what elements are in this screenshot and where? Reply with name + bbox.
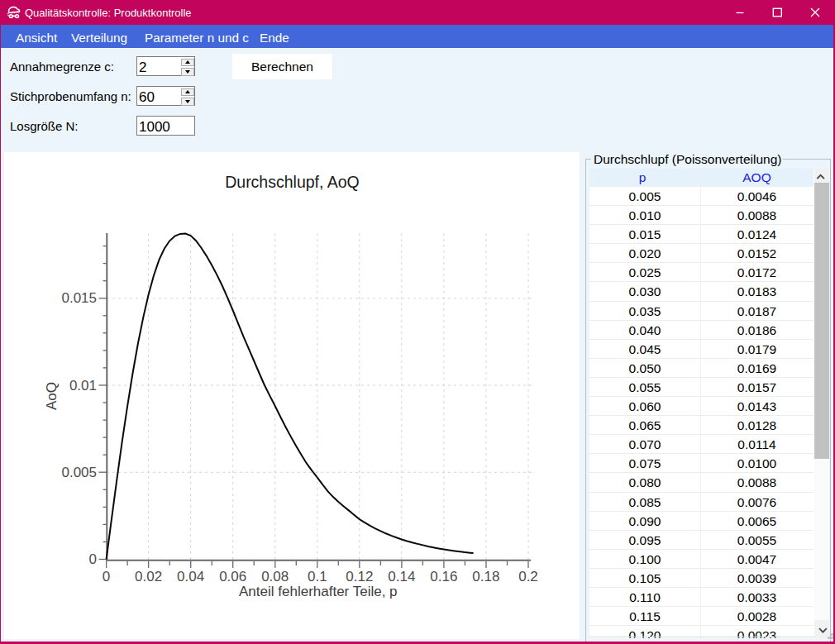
svg-text:0.1: 0.1 — [308, 569, 327, 584]
svg-text:Durchschlupf, AoQ: Durchschlupf, AoQ — [225, 173, 360, 191]
svg-text:0.2: 0.2 — [518, 569, 538, 584]
svg-text:0.04: 0.04 — [177, 569, 204, 584]
svg-text:0: 0 — [89, 551, 97, 567]
svg-text:0.12: 0.12 — [346, 569, 373, 584]
svg-text:0.14: 0.14 — [388, 569, 415, 584]
svg-text:AoQ: AoQ — [44, 382, 60, 410]
svg-text:0.01: 0.01 — [69, 378, 97, 394]
svg-text:0.06: 0.06 — [219, 569, 246, 584]
svg-text:0: 0 — [103, 569, 110, 584]
svg-text:0.02: 0.02 — [135, 569, 162, 584]
svg-text:0.16: 0.16 — [430, 569, 457, 584]
svg-text:Anteil fehlerhafter Teile, p: Anteil fehlerhafter Teile, p — [239, 584, 398, 599]
svg-text:0.08: 0.08 — [261, 569, 289, 584]
svg-text:0.18: 0.18 — [472, 569, 499, 584]
svg-text:0.005: 0.005 — [61, 465, 97, 480]
svg-text:0.015: 0.015 — [61, 290, 97, 306]
